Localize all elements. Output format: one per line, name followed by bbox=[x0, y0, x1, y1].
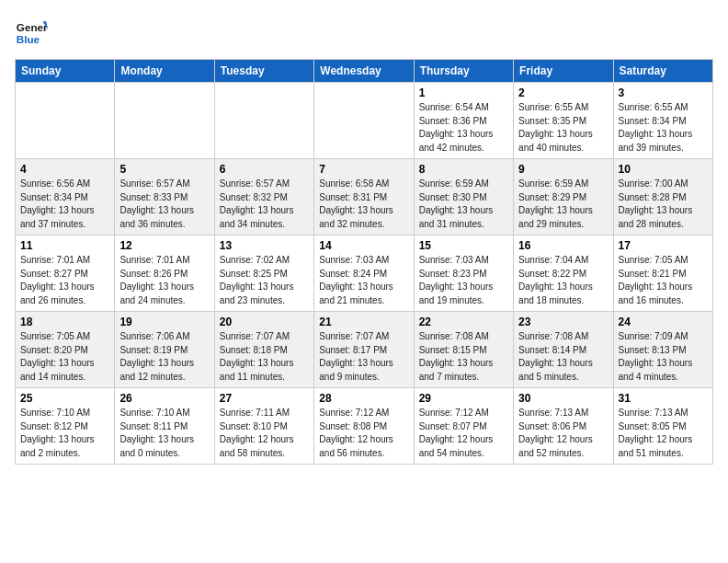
logo: General Blue bbox=[15, 15, 51, 48]
day-number: 24 bbox=[619, 316, 708, 328]
calendar-cell: 5Sunrise: 6:57 AM Sunset: 8:33 PM Daylig… bbox=[115, 159, 214, 236]
calendar-cell: 29Sunrise: 7:12 AM Sunset: 8:07 PM Dayli… bbox=[414, 388, 513, 465]
calendar-cell: 12Sunrise: 7:01 AM Sunset: 8:26 PM Dayli… bbox=[115, 236, 214, 312]
calendar-cell: 6Sunrise: 6:57 AM Sunset: 8:32 PM Daylig… bbox=[214, 159, 313, 236]
day-number: 28 bbox=[319, 392, 408, 405]
calendar-cell: 9Sunrise: 6:59 AM Sunset: 8:29 PM Daylig… bbox=[514, 159, 613, 236]
calendar-cell bbox=[214, 83, 313, 159]
day-number: 21 bbox=[319, 316, 408, 328]
calendar-cell bbox=[314, 83, 414, 159]
svg-text:Blue: Blue bbox=[17, 33, 40, 45]
weekday-header-monday: Monday bbox=[115, 60, 214, 83]
calendar-cell: 1Sunrise: 6:54 AM Sunset: 8:36 PM Daylig… bbox=[414, 83, 513, 159]
logo-icon: General Blue bbox=[15, 15, 48, 48]
calendar-cell: 10Sunrise: 7:00 AM Sunset: 8:28 PM Dayli… bbox=[613, 159, 712, 236]
day-info: Sunrise: 7:01 AM Sunset: 8:27 PM Dayligh… bbox=[20, 254, 109, 307]
calendar-cell bbox=[16, 83, 115, 159]
day-number: 13 bbox=[220, 239, 309, 252]
day-number: 8 bbox=[419, 163, 508, 176]
weekday-header-wednesday: Wednesday bbox=[314, 60, 414, 83]
day-info: Sunrise: 7:05 AM Sunset: 8:20 PM Dayligh… bbox=[20, 330, 109, 384]
day-number: 16 bbox=[518, 239, 608, 252]
calendar-cell: 21Sunrise: 7:07 AM Sunset: 8:17 PM Dayli… bbox=[314, 312, 414, 388]
day-info: Sunrise: 7:06 AM Sunset: 8:19 PM Dayligh… bbox=[119, 330, 209, 384]
day-number: 6 bbox=[220, 163, 309, 176]
day-info: Sunrise: 7:08 AM Sunset: 8:14 PM Dayligh… bbox=[518, 330, 608, 384]
calendar-cell: 3Sunrise: 6:55 AM Sunset: 8:34 PM Daylig… bbox=[613, 83, 712, 159]
calendar-cell: 8Sunrise: 6:59 AM Sunset: 8:30 PM Daylig… bbox=[414, 159, 513, 236]
calendar-week-4: 18Sunrise: 7:05 AM Sunset: 8:20 PM Dayli… bbox=[16, 312, 713, 388]
day-info: Sunrise: 6:58 AM Sunset: 8:31 PM Dayligh… bbox=[319, 178, 408, 231]
day-number: 26 bbox=[119, 392, 209, 405]
day-info: Sunrise: 7:07 AM Sunset: 8:17 PM Dayligh… bbox=[319, 330, 408, 384]
day-number: 25 bbox=[20, 392, 109, 405]
calendar-cell: 22Sunrise: 7:08 AM Sunset: 8:15 PM Dayli… bbox=[414, 312, 513, 388]
day-number: 19 bbox=[119, 316, 209, 328]
calendar-cell: 30Sunrise: 7:13 AM Sunset: 8:06 PM Dayli… bbox=[514, 388, 613, 465]
calendar-header-row: SundayMondayTuesdayWednesdayThursdayFrid… bbox=[16, 60, 713, 83]
calendar-cell: 26Sunrise: 7:10 AM Sunset: 8:11 PM Dayli… bbox=[115, 388, 214, 465]
day-info: Sunrise: 7:03 AM Sunset: 8:23 PM Dayligh… bbox=[419, 254, 508, 307]
day-info: Sunrise: 6:57 AM Sunset: 8:32 PM Dayligh… bbox=[220, 178, 309, 231]
calendar-cell: 4Sunrise: 6:56 AM Sunset: 8:34 PM Daylig… bbox=[16, 159, 115, 236]
day-info: Sunrise: 7:11 AM Sunset: 8:10 PM Dayligh… bbox=[220, 407, 309, 460]
calendar-week-2: 4Sunrise: 6:56 AM Sunset: 8:34 PM Daylig… bbox=[16, 159, 713, 236]
day-number: 22 bbox=[419, 316, 508, 328]
calendar-cell: 23Sunrise: 7:08 AM Sunset: 8:14 PM Dayli… bbox=[514, 312, 613, 388]
day-number: 23 bbox=[518, 316, 608, 328]
calendar-cell: 14Sunrise: 7:03 AM Sunset: 8:24 PM Dayli… bbox=[314, 236, 414, 312]
day-number: 10 bbox=[619, 163, 708, 176]
calendar-cell: 19Sunrise: 7:06 AM Sunset: 8:19 PM Dayli… bbox=[115, 312, 214, 388]
weekday-header-sunday: Sunday bbox=[16, 60, 115, 83]
calendar-cell: 18Sunrise: 7:05 AM Sunset: 8:20 PM Dayli… bbox=[16, 312, 115, 388]
day-info: Sunrise: 7:12 AM Sunset: 8:08 PM Dayligh… bbox=[319, 407, 408, 460]
day-info: Sunrise: 7:04 AM Sunset: 8:22 PM Dayligh… bbox=[518, 254, 608, 307]
calendar-cell: 13Sunrise: 7:02 AM Sunset: 8:25 PM Dayli… bbox=[214, 236, 313, 312]
day-info: Sunrise: 7:12 AM Sunset: 8:07 PM Dayligh… bbox=[419, 407, 508, 460]
day-number: 20 bbox=[220, 316, 309, 328]
day-number: 12 bbox=[119, 239, 209, 252]
calendar-cell: 11Sunrise: 7:01 AM Sunset: 8:27 PM Dayli… bbox=[16, 236, 115, 312]
day-number: 31 bbox=[619, 392, 708, 405]
day-info: Sunrise: 7:07 AM Sunset: 8:18 PM Dayligh… bbox=[220, 330, 309, 384]
day-info: Sunrise: 6:55 AM Sunset: 8:34 PM Dayligh… bbox=[619, 101, 708, 155]
day-info: Sunrise: 6:57 AM Sunset: 8:33 PM Dayligh… bbox=[119, 178, 209, 231]
day-number: 15 bbox=[419, 239, 508, 252]
day-info: Sunrise: 6:59 AM Sunset: 8:30 PM Dayligh… bbox=[419, 178, 508, 231]
calendar-cell: 2Sunrise: 6:55 AM Sunset: 8:35 PM Daylig… bbox=[514, 83, 613, 159]
day-number: 1 bbox=[419, 86, 508, 99]
day-number: 11 bbox=[20, 239, 109, 252]
day-info: Sunrise: 6:54 AM Sunset: 8:36 PM Dayligh… bbox=[419, 101, 508, 155]
calendar-cell: 31Sunrise: 7:13 AM Sunset: 8:05 PM Dayli… bbox=[613, 388, 712, 465]
calendar-cell: 17Sunrise: 7:05 AM Sunset: 8:21 PM Dayli… bbox=[613, 236, 712, 312]
calendar-cell bbox=[115, 83, 214, 159]
day-number: 30 bbox=[518, 392, 608, 405]
calendar-cell: 20Sunrise: 7:07 AM Sunset: 8:18 PM Dayli… bbox=[214, 312, 313, 388]
weekday-header-friday: Friday bbox=[514, 60, 613, 83]
calendar-table: SundayMondayTuesdayWednesdayThursdayFrid… bbox=[15, 59, 713, 465]
weekday-header-saturday: Saturday bbox=[613, 60, 712, 83]
day-info: Sunrise: 7:02 AM Sunset: 8:25 PM Dayligh… bbox=[220, 254, 309, 307]
day-info: Sunrise: 7:13 AM Sunset: 8:06 PM Dayligh… bbox=[518, 407, 608, 460]
day-info: Sunrise: 7:05 AM Sunset: 8:21 PM Dayligh… bbox=[619, 254, 708, 307]
svg-text:General: General bbox=[17, 21, 48, 33]
day-info: Sunrise: 7:13 AM Sunset: 8:05 PM Dayligh… bbox=[619, 407, 708, 460]
calendar-cell: 15Sunrise: 7:03 AM Sunset: 8:23 PM Dayli… bbox=[414, 236, 513, 312]
day-number: 2 bbox=[518, 86, 608, 99]
day-number: 9 bbox=[518, 163, 608, 176]
day-number: 5 bbox=[119, 163, 209, 176]
weekday-header-thursday: Thursday bbox=[414, 60, 513, 83]
calendar-cell: 28Sunrise: 7:12 AM Sunset: 8:08 PM Dayli… bbox=[314, 388, 414, 465]
weekday-header-tuesday: Tuesday bbox=[214, 60, 313, 83]
calendar-week-5: 25Sunrise: 7:10 AM Sunset: 8:12 PM Dayli… bbox=[16, 388, 713, 465]
day-info: Sunrise: 7:09 AM Sunset: 8:13 PM Dayligh… bbox=[619, 330, 708, 384]
page-header: General Blue bbox=[15, 15, 713, 48]
calendar-week-1: 1Sunrise: 6:54 AM Sunset: 8:36 PM Daylig… bbox=[16, 83, 713, 159]
day-info: Sunrise: 7:00 AM Sunset: 8:28 PM Dayligh… bbox=[619, 178, 708, 231]
day-info: Sunrise: 6:55 AM Sunset: 8:35 PM Dayligh… bbox=[518, 101, 608, 155]
calendar-cell: 27Sunrise: 7:11 AM Sunset: 8:10 PM Dayli… bbox=[214, 388, 313, 465]
day-number: 18 bbox=[20, 316, 109, 328]
day-info: Sunrise: 7:08 AM Sunset: 8:15 PM Dayligh… bbox=[419, 330, 508, 384]
day-number: 3 bbox=[619, 86, 708, 99]
calendar-cell: 16Sunrise: 7:04 AM Sunset: 8:22 PM Dayli… bbox=[514, 236, 613, 312]
